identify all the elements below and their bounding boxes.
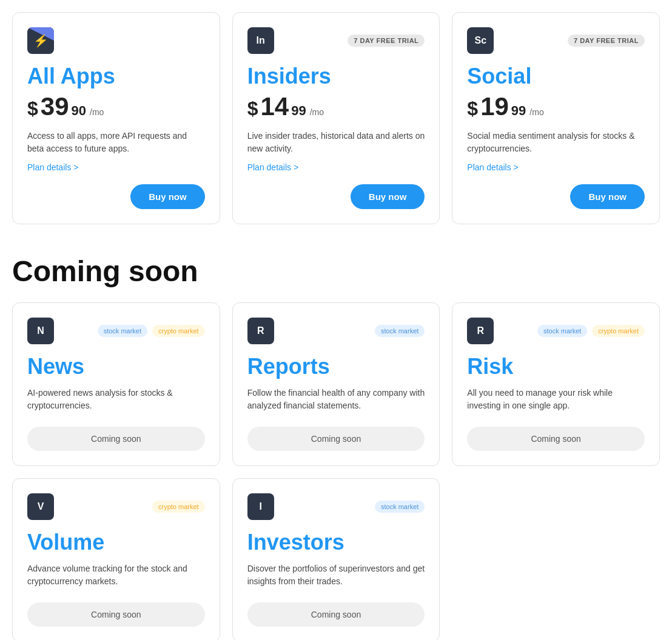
coming-card-desc: Disover the portfolios of superinvestors… <box>247 562 425 588</box>
coming-card-title: Reports <box>247 354 425 379</box>
coming-soon-bottom-grid: V crypto market Volume Advance volume tr… <box>12 478 660 640</box>
price-period: /mo <box>90 107 104 117</box>
price-symbol: $ <box>27 98 38 120</box>
plans-grid: All Apps $3990/mo Access to all apps, mo… <box>12 12 660 224</box>
coming-soon-button: Coming soon <box>467 427 645 451</box>
social-icon: Sc <box>467 27 494 54</box>
news-icon: N <box>27 318 54 344</box>
stock-market-tag: stock market <box>375 325 425 337</box>
trial-badge: 7 DAY FREE TRIAL <box>348 35 425 47</box>
buy-now-button[interactable]: Buy now <box>351 184 425 209</box>
plan-price: $1499/mo <box>247 94 425 120</box>
tags-group: stock market crypto market <box>537 325 645 337</box>
stock-market-tag: stock market <box>98 325 147 337</box>
coming-card-risk: R stock market crypto market Risk All yo… <box>452 302 660 466</box>
coming-card-desc: AI-powered news analysis for stocks & cr… <box>27 387 205 412</box>
plan-price: $3990/mo <box>27 94 205 120</box>
all-apps-icon <box>27 27 54 54</box>
stock-market-tag: stock market <box>537 325 587 337</box>
plan-price: $1999/mo <box>467 94 645 120</box>
plan-description: Social media sentiment analysis for stoc… <box>467 130 645 155</box>
plan-card-insiders: In 7 DAY FREE TRIAL Insiders $1499/mo Li… <box>232 12 440 224</box>
buy-now-button[interactable]: Buy now <box>130 184 205 209</box>
investors-icon: I <box>247 493 274 520</box>
coming-card-title: Volume <box>27 530 205 555</box>
coming-card-desc: Advance volume tracking for the stock an… <box>27 562 205 588</box>
price-symbol: $ <box>247 98 258 120</box>
insiders-icon: In <box>247 27 274 54</box>
volume-icon: V <box>27 493 54 520</box>
coming-soon-top-grid: N stock market crypto market News AI-pow… <box>12 302 660 466</box>
tags-group: stock market crypto market <box>98 325 205 337</box>
tags-group: crypto market <box>152 501 205 513</box>
price-period: /mo <box>310 107 324 117</box>
coming-card-investors: I stock market Investors Disover the por… <box>232 478 440 640</box>
tags-group: stock market <box>375 501 425 513</box>
coming-card-header: R stock market crypto market <box>467 318 645 344</box>
price-period: /mo <box>529 107 543 117</box>
coming-soon-button: Coming soon <box>247 602 425 627</box>
plan-card-social: Sc 7 DAY FREE TRIAL Social $1999/mo Soci… <box>452 12 660 224</box>
card-header: Sc 7 DAY FREE TRIAL <box>467 27 645 54</box>
plan-title: Social <box>467 64 645 89</box>
tags-group: stock market <box>375 325 425 337</box>
coming-soon-button: Coming soon <box>247 427 425 451</box>
plan-details-link[interactable]: Plan details > <box>467 162 645 172</box>
price-symbol: $ <box>467 98 478 120</box>
price-decimal: 90 <box>72 104 86 118</box>
price-decimal: 99 <box>291 104 306 118</box>
coming-card-volume: V crypto market Volume Advance volume tr… <box>12 478 220 640</box>
buy-now-button[interactable]: Buy now <box>570 184 645 209</box>
coming-card-desc: All you need to manage your risk while i… <box>467 387 645 412</box>
risk-icon: R <box>467 318 494 344</box>
reports-icon: R <box>247 318 274 344</box>
coming-card-title: Risk <box>467 354 645 379</box>
coming-card-title: Investors <box>247 530 425 555</box>
coming-soon-title: Coming soon <box>12 255 660 288</box>
card-header: In 7 DAY FREE TRIAL <box>247 27 425 54</box>
price-main: 19 <box>480 94 509 119</box>
coming-card-header: I stock market <box>247 493 425 520</box>
price-main: 14 <box>260 94 289 119</box>
coming-card-title: News <box>27 354 205 379</box>
plan-description: Access to all apps, more API requests an… <box>27 130 205 155</box>
coming-card-header: N stock market crypto market <box>27 318 205 344</box>
empty-cell <box>452 478 660 640</box>
plan-details-link[interactable]: Plan details > <box>247 162 425 172</box>
plan-title: All Apps <box>27 64 205 89</box>
coming-soon-button: Coming soon <box>27 427 205 451</box>
plan-title: Insiders <box>247 64 425 89</box>
coming-card-header: R stock market <box>247 318 425 344</box>
coming-card-desc: Follow the financial health of any compa… <box>247 387 425 412</box>
stock-market-tag: stock market <box>375 501 425 513</box>
crypto-market-tag: crypto market <box>152 501 205 513</box>
crypto-market-tag: crypto market <box>152 325 205 337</box>
plan-description: Live insider trades, historical data and… <box>247 130 425 155</box>
plan-details-link[interactable]: Plan details > <box>27 162 205 172</box>
plan-card-all-apps: All Apps $3990/mo Access to all apps, mo… <box>12 12 220 224</box>
crypto-market-tag: crypto market <box>592 325 645 337</box>
card-header <box>27 27 205 54</box>
price-main: 39 <box>41 94 69 119</box>
price-decimal: 99 <box>511 104 526 118</box>
coming-card-news: N stock market crypto market News AI-pow… <box>12 302 220 466</box>
coming-card-reports: R stock market Reports Follow the financ… <box>232 302 440 466</box>
trial-badge: 7 DAY FREE TRIAL <box>568 35 645 47</box>
coming-card-header: V crypto market <box>27 493 205 520</box>
coming-soon-button: Coming soon <box>27 602 205 627</box>
